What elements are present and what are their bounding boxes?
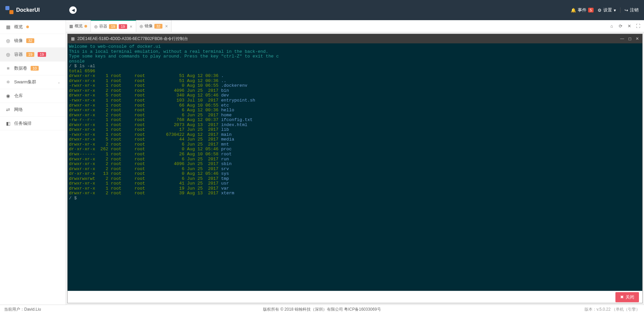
divider	[620, 7, 620, 13]
logout-button[interactable]: ↪ 注销	[624, 7, 639, 13]
window-close-button[interactable]: ✕	[636, 36, 639, 41]
chevron-down-icon: ▾	[614, 8, 616, 13]
sidebar-item-7[interactable]: ◧任务编排	[0, 117, 66, 130]
sidebar-icon: ⇄	[5, 107, 11, 112]
sidebar: ▦概览◎镜像32◎容器1919≡数据卷10⚛Swarm集群⌄◉仓库⇄网络◧任务编…	[0, 20, 66, 305]
badge: 19	[38, 52, 46, 57]
tab-icon: ◎	[140, 24, 143, 29]
tab-icon: ◎	[94, 24, 98, 29]
terminal-output[interactable]: Welcome to web-console of docker.ui This…	[68, 43, 642, 291]
windows-icon: ▦	[71, 36, 75, 41]
app-logo: DockerUI	[5, 6, 66, 14]
tab-label: 镜像	[145, 23, 153, 29]
app-name: DockerUI	[16, 7, 40, 13]
logo-icon	[5, 6, 13, 14]
sidebar-label: 仓库	[14, 93, 23, 99]
sidebar-item-3[interactable]: ≡数据卷10	[0, 62, 66, 75]
footer: 当前用户：David.Liu 版权所有 © 2018 锦翰科技（深圳）有限公司 …	[0, 305, 644, 314]
sidebar-icon: ▦	[5, 24, 11, 30]
tab-fullscreen-button[interactable]: ⛶	[634, 22, 642, 30]
close-button[interactable]: ✖ 关闭	[615, 292, 639, 302]
sidebar-item-0[interactable]: ▦概览	[0, 20, 66, 34]
badge: 19	[109, 24, 117, 29]
tab-label: 概览	[75, 23, 83, 29]
tab-close-icon[interactable]: ×	[130, 24, 132, 29]
badge: 10	[31, 66, 39, 71]
tab-close-button[interactable]: ✕	[625, 22, 633, 30]
sidebar-label: Swarm集群	[14, 79, 36, 85]
sidebar-icon: ◎	[5, 38, 11, 43]
close-button-label: 关闭	[626, 294, 634, 300]
gear-icon: ⚙	[598, 8, 602, 13]
tab-close-icon[interactable]: ×	[165, 24, 168, 29]
sidebar-label: 概览	[14, 24, 23, 30]
terminal-window: ▦ 2DE14EAE-518D-4D0D-A336-6EC77B02FBD8-命…	[67, 34, 643, 303]
bell-icon: 🔔	[571, 8, 576, 13]
window-minimize-button[interactable]: —	[620, 36, 624, 41]
badge: 19	[119, 24, 127, 29]
sidebar-item-4[interactable]: ⚛Swarm集群⌄	[0, 75, 66, 89]
sidebar-icon: ≡	[5, 66, 11, 71]
sidebar-label: 网络	[14, 107, 23, 113]
sidebar-item-1[interactable]: ◎镜像32	[0, 34, 66, 48]
tab-home-button[interactable]: ⌂	[608, 22, 616, 30]
tab-refresh-button[interactable]: ⟳	[616, 22, 624, 30]
sidebar-item-2[interactable]: ◎容器1919	[0, 48, 66, 62]
app-header: DockerUI ◀ 🔔 事件 5 ⚙ 设置 ▾ ↪ 注销	[0, 0, 644, 20]
close-icon: ✖	[620, 295, 624, 300]
sidebar-icon: ◉	[5, 93, 11, 99]
tab-1[interactable]: ◎容器1919×	[91, 20, 136, 32]
tab-icon: ▦	[69, 24, 73, 29]
sidebar-icon: ◧	[5, 121, 11, 126]
tab-0[interactable]: ▦概览	[66, 20, 91, 32]
terminal-titlebar[interactable]: ▦ 2DE14EAE-518D-4D0D-A336-6EC77B02FBD8-命…	[68, 34, 642, 43]
badge: 19	[26, 52, 34, 57]
sidebar-item-6[interactable]: ⇄网络	[0, 103, 66, 117]
sidebar-icon: ◎	[5, 52, 11, 57]
sidebar-icon: ⚛	[5, 79, 11, 85]
terminal-title: 2DE14EAE-518D-4D0D-A336-6EC77B02FBD8-命令行…	[77, 36, 188, 42]
version-info: 版本：v.5.0.22 （单机（引擎）	[584, 307, 640, 312]
settings-button[interactable]: ⚙ 设置 ▾	[598, 7, 616, 13]
tab-label: 容器	[99, 24, 107, 29]
sidebar-toggle-button[interactable]: ◀	[69, 6, 77, 14]
tab-bar: ▦概览◎容器1919×◎镜像32× ⌂ ⟳ ✕ ⛶	[66, 20, 644, 32]
chevron-down-icon: ⌄	[58, 80, 60, 84]
logout-label: 注销	[630, 7, 639, 13]
status-dot	[84, 25, 87, 28]
sidebar-label: 镜像	[14, 38, 23, 44]
logout-icon: ↪	[624, 8, 628, 13]
chevron-left-icon: ◀	[72, 8, 75, 12]
window-maximize-button[interactable]: ◻	[628, 36, 632, 41]
sidebar-label: 任务编排	[14, 120, 32, 126]
copyright: 版权所有 © 2018 锦翰科技（深圳）有限公司 粤ICP备16033069号	[263, 307, 381, 312]
badge: 32	[26, 38, 34, 43]
sidebar-label: 数据卷	[14, 65, 27, 71]
current-user: 当前用户：David.Liu	[4, 307, 41, 312]
events-button[interactable]: 🔔 事件 5	[571, 7, 594, 13]
badge: 32	[154, 24, 162, 29]
settings-label: 设置	[603, 7, 612, 13]
sidebar-item-5[interactable]: ◉仓库	[0, 89, 66, 103]
events-label: 事件	[578, 7, 586, 13]
status-dot	[26, 26, 29, 28]
sidebar-label: 容器	[14, 51, 23, 57]
tab-2[interactable]: ◎镜像32×	[136, 20, 172, 32]
events-count-badge: 5	[588, 8, 594, 12]
